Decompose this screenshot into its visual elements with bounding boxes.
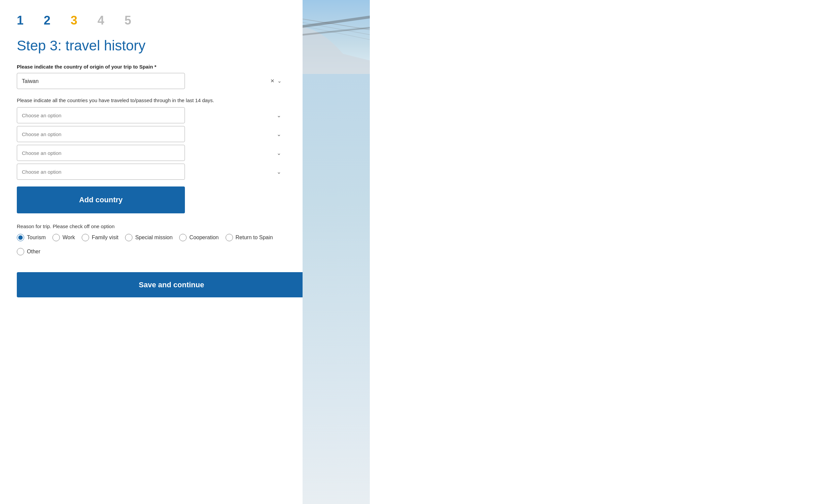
radio-special-mission-input[interactable] xyxy=(125,234,132,241)
country-dropdown-2[interactable]: Choose an option xyxy=(17,126,185,142)
page-title: Step 3: travel history xyxy=(17,38,286,54)
save-continue-button[interactable]: Save and continue xyxy=(17,272,326,297)
traveled-label: Please indicate all the countries you ha… xyxy=(17,97,286,103)
chevron-down-icon-2: ⌄ xyxy=(277,131,281,137)
step-3-number: 3 xyxy=(71,13,77,28)
country-dropdown-1-wrapper: Choose an option ⌄ xyxy=(17,107,286,123)
radio-family-visit[interactable]: Family visit xyxy=(82,234,118,241)
country-dropdown-1[interactable]: Choose an option xyxy=(17,107,185,123)
chevron-down-icon: ⌄ xyxy=(277,78,282,84)
radio-work[interactable]: Work xyxy=(52,234,75,241)
airplane-wing-image xyxy=(303,0,370,74)
step-1: 1 xyxy=(17,13,24,28)
step-5-number: 5 xyxy=(124,13,131,28)
radio-cooperation-label[interactable]: Cooperation xyxy=(189,235,219,241)
step-2-number: 2 xyxy=(44,13,50,28)
step-5: 5 xyxy=(124,13,131,28)
radio-tourism[interactable]: Tourism xyxy=(17,234,46,241)
step-3: 3 xyxy=(71,13,77,28)
radio-return-to-spain[interactable]: Return to Spain xyxy=(226,234,273,241)
country-dropdown-4-wrapper: Choose an option ⌄ xyxy=(17,164,286,180)
radio-tourism-label[interactable]: Tourism xyxy=(27,235,46,241)
steps-bar: 1 2 3 4 5 xyxy=(17,10,286,28)
country-dropdown-3-wrapper: Choose an option ⌄ xyxy=(17,145,286,161)
origin-label: Please indicate the country of origin of… xyxy=(17,64,286,70)
radio-family-visit-input[interactable] xyxy=(82,234,89,241)
step-1-number: 1 xyxy=(17,13,24,28)
image-panel xyxy=(303,0,370,504)
radio-other-input[interactable] xyxy=(17,248,24,255)
radio-family-visit-label[interactable]: Family visit xyxy=(92,235,118,241)
reason-section: Reason for trip. Please check off one op… xyxy=(17,223,286,255)
step-4: 4 xyxy=(97,13,104,28)
origin-select-icons: ✕ ⌄ xyxy=(270,78,282,84)
radio-return-to-spain-label[interactable]: Return to Spain xyxy=(236,235,273,241)
radio-special-mission[interactable]: Special mission xyxy=(125,234,172,241)
clear-icon: ✕ xyxy=(270,78,275,84)
radio-work-input[interactable] xyxy=(52,234,60,241)
chevron-down-icon-3: ⌄ xyxy=(277,150,281,156)
radio-cooperation-input[interactable] xyxy=(179,234,187,241)
origin-select-wrapper: Taiwan ✕ ⌄ xyxy=(17,73,286,89)
radio-cooperation[interactable]: Cooperation xyxy=(179,234,219,241)
chevron-down-icon-4: ⌄ xyxy=(277,169,281,175)
chevron-down-icon-1: ⌄ xyxy=(277,112,281,119)
reason-label: Reason for trip. Please check off one op… xyxy=(17,223,286,229)
step-4-number: 4 xyxy=(97,13,104,28)
country-dropdown-3[interactable]: Choose an option xyxy=(17,145,185,161)
radio-other[interactable]: Other xyxy=(17,248,40,255)
radio-other-label[interactable]: Other xyxy=(27,249,40,255)
radio-special-mission-label[interactable]: Special mission xyxy=(135,235,172,241)
reason-radio-group: Tourism Work Family visit Special missio… xyxy=(17,234,286,255)
country-dropdown-2-wrapper: Choose an option ⌄ xyxy=(17,126,286,142)
radio-return-to-spain-input[interactable] xyxy=(226,234,233,241)
country-dropdown-4[interactable]: Choose an option xyxy=(17,164,185,180)
add-country-button[interactable]: Add country xyxy=(17,186,185,213)
step-2: 2 xyxy=(44,13,50,28)
origin-country-select[interactable]: Taiwan xyxy=(17,73,185,89)
radio-work-label[interactable]: Work xyxy=(63,235,75,241)
radio-tourism-input[interactable] xyxy=(17,234,24,241)
